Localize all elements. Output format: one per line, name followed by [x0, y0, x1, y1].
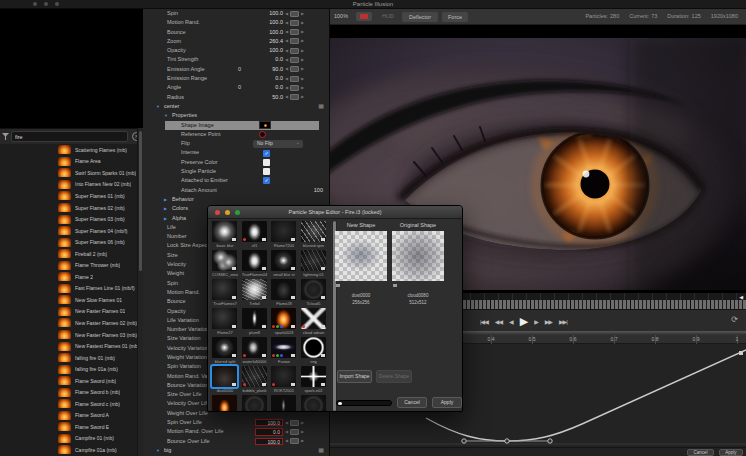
shape-cell-more[interactable]: [210, 394, 240, 412]
property-row-reference-point[interactable]: Reference Point: [143, 130, 329, 139]
list-item-flame-2[interactable]: Flame 2: [0, 271, 137, 283]
shape-cell-tinfoil[interactable]: Tinfoil: [240, 278, 270, 307]
slider-handle[interactable]: [290, 420, 299, 426]
property-row-properties[interactable]: ▼Properties: [143, 111, 329, 120]
increment-arrow-icon[interactable]: ▶: [301, 94, 304, 100]
value-stepper[interactable]: ◀▶: [285, 11, 315, 17]
slider-handle[interactable]: [290, 76, 299, 82]
property-row-emission-angle[interactable]: Emission Angle090.0◀▶: [143, 65, 329, 74]
slider-handle[interactable]: [290, 29, 299, 35]
property-row-bounce-over-life[interactable]: Bounce Over Life100.0◀▶: [143, 437, 329, 446]
shape-cell-rokt2001[interactable]: ROKT2001: [269, 365, 299, 394]
property-value[interactable]: 260.4: [241, 37, 283, 46]
list-item-fast-flames-line-01-mb-f[interactable]: Fast Flames Line 01 (mb/f): [0, 283, 137, 295]
cancel-button[interactable]: Cancel: [687, 449, 714, 456]
slider-handle[interactable]: [290, 66, 299, 72]
shape-cell-cloud-advan[interactable]: cloud advan: [299, 307, 329, 336]
keyframed-value[interactable]: 100.0: [255, 419, 283, 426]
shape-cell-waterfall0000[interactable]: waterfall0000: [240, 336, 270, 365]
shape-cell-cosmic-smo[interactable]: COSMIC_smo: [210, 249, 240, 278]
property-row-zoom[interactable]: Zoom260.4◀▶: [143, 37, 329, 46]
list-item-campfire-01-mb[interactable]: Campfire 01 (mb): [0, 433, 137, 445]
shape-cell-flame28[interactable]: Flame28: [269, 278, 299, 307]
decrement-arrow-icon[interactable]: ◀: [285, 94, 288, 100]
import-shape-button[interactable]: Import Shape: [337, 370, 372, 383]
checkbox-attached-to-emitter[interactable]: ✓: [263, 177, 270, 184]
property-row-motion-rand[interactable]: Motion Rand.100.0◀▶: [143, 18, 329, 27]
list-item-campfire-01a-mb[interactable]: Campfire 01a (mb): [0, 444, 137, 456]
value-stepper[interactable]: ◀▶: [285, 48, 315, 54]
list-item-new-faster-flames-03-mb[interactable]: New Faster Flames 03 (mb): [0, 329, 137, 341]
increment-arrow-icon[interactable]: ▶: [301, 429, 304, 435]
shape-cell-ring[interactable]: ring: [299, 336, 329, 365]
shape-cell-bubble-plank[interactable]: bubble_plank: [240, 365, 270, 394]
property-row-preserve-color[interactable]: Preserve Color: [143, 158, 329, 167]
increment-arrow-icon[interactable]: ▶: [301, 85, 304, 91]
list-item-falling-fire-01a-mb[interactable]: falling fire 01a (mb): [0, 363, 137, 375]
property-row-attached-to-emitter[interactable]: Attached to Emitter✓: [143, 176, 329, 185]
list-item-super-flames-03-mb[interactable]: Super Flames 03 (mb): [0, 213, 137, 225]
decrement-arrow-icon[interactable]: ◀: [285, 38, 288, 44]
property-value[interactable]: 100.0: [241, 9, 283, 18]
property-value[interactable]: 100.0: [241, 28, 283, 37]
hud-toggle-button[interactable]: HUD: [382, 13, 394, 19]
tree-expand-icon[interactable]: ▼: [156, 102, 160, 111]
shape-cell-more[interactable]: [299, 394, 329, 412]
shape-cell-flame27[interactable]: Flame27: [210, 307, 240, 336]
shape-cell-small-blur-st[interactable]: small blur st: [269, 249, 299, 278]
go-first-button[interactable]: |◀◀: [480, 318, 488, 325]
shape-cell-more[interactable]: [269, 394, 299, 412]
property-row-flip[interactable]: FlipNo Flip⌄: [143, 139, 329, 148]
flip-dropdown[interactable]: No Flip⌄: [253, 140, 303, 148]
property-row-tint-strength[interactable]: Tint Strength0.0◀▶: [143, 55, 329, 64]
list-item-new-faster-flames-01[interactable]: New Faster Flames 01: [0, 306, 137, 318]
curve-point[interactable]: [505, 439, 509, 443]
increment-arrow-icon[interactable]: ▶: [301, 438, 304, 444]
step-forward-button[interactable]: ▶: [534, 318, 538, 325]
filter-funnel-icon[interactable]: [2, 133, 9, 140]
increment-arrow-icon[interactable]: ▶: [301, 11, 304, 17]
list-item-swirl-storm-sparks-01-mb[interactable]: Swirl Storm Sparks 01 (mb): [0, 167, 137, 179]
list-item-flame-thrower-mb[interactable]: Flame Thrower (mb): [0, 259, 137, 271]
value-stepper[interactable]: ◀▶: [285, 85, 315, 91]
checkbox-single-particle[interactable]: [263, 168, 270, 175]
dialog-cancel-button[interactable]: Cancel: [397, 397, 427, 408]
increment-arrow-icon[interactable]: ▶: [301, 48, 304, 54]
fast-forward-button[interactable]: ▶▶: [545, 318, 552, 325]
curve-keyframe[interactable]: [739, 351, 743, 355]
list-item-flame-sword-b-mb[interactable]: Flame Sword b (mb): [0, 386, 137, 398]
checkbox-intense[interactable]: ✓: [263, 150, 270, 157]
tree-expand-icon[interactable]: ▼: [164, 111, 168, 120]
increment-arrow-icon[interactable]: ▶: [301, 20, 304, 26]
value-stepper[interactable]: ◀▶: [285, 38, 315, 44]
property-row-shape-image[interactable]: Shape Image: [143, 121, 329, 130]
slider-handle[interactable]: [290, 20, 299, 26]
shape-cell-blurred-split[interactable]: blurred split: [210, 336, 240, 365]
property-value[interactable]: 100: [314, 186, 323, 195]
property-value[interactable]: 0.0: [241, 83, 283, 92]
value-stepper[interactable]: ◀▶: [285, 420, 315, 426]
increment-arrow-icon[interactable]: ▶: [301, 76, 304, 82]
shape-cell-fusion[interactable]: Fusion: [269, 336, 299, 365]
value-stepper[interactable]: ◀▶: [285, 66, 315, 72]
property-row-behavior[interactable]: ▶Behavior: [143, 195, 329, 204]
increment-arrow-icon[interactable]: ▶: [301, 57, 304, 63]
force-tool-button[interactable]: Force: [442, 12, 468, 22]
decrement-arrow-icon[interactable]: ◀: [285, 11, 288, 17]
zoom-level-dropdown[interactable]: 100%: [334, 13, 348, 19]
slider-handle[interactable]: [290, 429, 299, 435]
search-input[interactable]: [11, 131, 128, 142]
property-row-center[interactable]: ▼center▦: [143, 102, 329, 111]
apply-button[interactable]: Apply: [719, 449, 743, 456]
scrollbar-thumb[interactable]: [139, 131, 142, 271]
playhead-marker[interactable]: ◀: [739, 294, 743, 300]
shape-cell-trueflames04[interactable]: TrueFlames04: [240, 249, 270, 278]
property-value[interactable]: 90.0: [241, 65, 283, 74]
list-item-super-flames-04-mb-f[interactable]: Super Flames 04 (mb/f): [0, 225, 137, 237]
decrement-arrow-icon[interactable]: ◀: [285, 76, 288, 82]
value-stepper[interactable]: ◀▶: [285, 429, 315, 435]
list-item-flame-sword-e[interactable]: Flame Sword E: [0, 421, 137, 433]
step-back-button[interactable]: ◀: [509, 318, 513, 325]
decrement-arrow-icon[interactable]: ◀: [285, 420, 288, 426]
go-last-button[interactable]: ▶▶|: [559, 318, 567, 325]
